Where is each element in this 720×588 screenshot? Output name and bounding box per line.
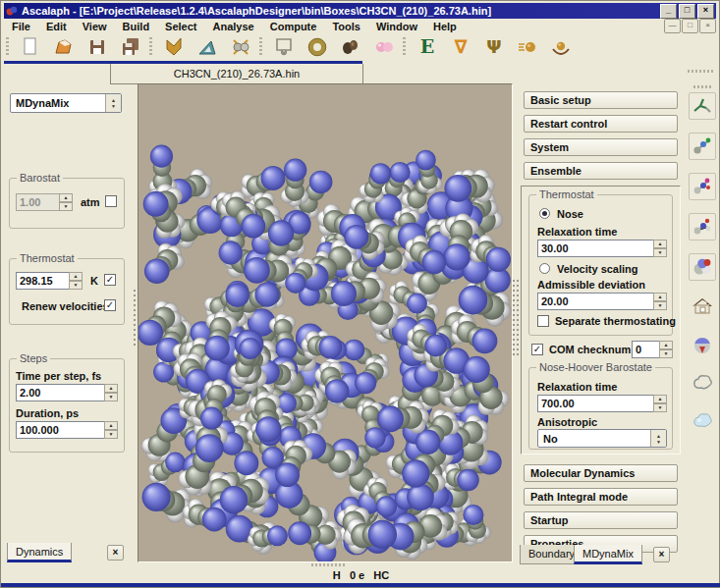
engine-select[interactable]: MDynaMix (10, 93, 122, 113)
new-document-icon[interactable] (14, 34, 47, 60)
menu-compute[interactable]: Compute (262, 21, 325, 32)
right-splitter[interactable] (513, 83, 520, 562)
mdi-close-icon[interactable]: × (699, 19, 716, 33)
save-all-icon[interactable] (114, 34, 147, 60)
menu-tools[interactable]: Tools (324, 21, 368, 32)
toolbar-grip[interactable] (693, 85, 711, 88)
time-per-step-spinbox[interactable]: 2.00 (16, 384, 118, 401)
renew-velocities-checkbox[interactable] (104, 299, 116, 311)
barostat-unit-checkbox[interactable] (105, 195, 117, 207)
toolbar-grip[interactable] (403, 37, 406, 57)
molecules-icon[interactable] (334, 34, 367, 60)
num-spinbox[interactable]: 0 (632, 341, 673, 358)
spacefill-model-icon[interactable] (689, 253, 716, 281)
path-integral-button[interactable]: Path Integral mode (524, 488, 678, 506)
system-button[interactable]: System (524, 138, 678, 156)
orbitals-icon[interactable] (367, 34, 401, 60)
document-tab[interactable]: CH3CN_(210)_26.73A.hin (110, 64, 363, 84)
restart-control-button[interactable]: Restart control (524, 115, 678, 133)
close-icon[interactable]: × (697, 4, 714, 19)
dynamics-run-icon[interactable] (511, 34, 544, 60)
build-icon[interactable] (157, 34, 191, 60)
spin-up-icon[interactable] (59, 193, 73, 202)
separate-thermostating-checkbox[interactable] (537, 315, 549, 327)
spin-down-icon[interactable] (653, 403, 667, 412)
relaxation-time-spinbox[interactable]: 30.00 (537, 240, 667, 257)
surface-wire-icon[interactable] (690, 370, 715, 396)
spin-up-icon[interactable] (104, 421, 118, 430)
toolbar-grip[interactable] (149, 37, 152, 57)
torus-icon[interactable] (301, 34, 334, 60)
menu-file[interactable]: File (4, 21, 38, 32)
basic-setup-button[interactable]: Basic setup (524, 91, 678, 109)
combo-spinner-icon[interactable] (105, 94, 121, 112)
spin-down-icon[interactable] (659, 349, 673, 358)
velocity-scaling-radio[interactable] (539, 263, 550, 274)
spin-down-icon[interactable] (653, 301, 667, 310)
molecular-dynamics-button[interactable]: Molecular Dynamics (524, 464, 678, 482)
panel-close-icon[interactable] (107, 545, 124, 561)
spin-down-icon[interactable] (69, 281, 83, 290)
nabla-icon[interactable]: ∇ (444, 34, 477, 60)
spin-down-icon[interactable] (104, 430, 118, 439)
settings-icon[interactable] (224, 34, 257, 60)
dipole-view-icon[interactable] (690, 332, 715, 357)
menu-analyse[interactable]: Analyse (205, 21, 262, 32)
nose-radio[interactable] (539, 208, 550, 219)
spin-up-icon[interactable] (653, 293, 667, 301)
panel-close-icon[interactable] (653, 547, 670, 562)
ballstick-labels-icon[interactable] (689, 173, 716, 200)
save-icon[interactable] (81, 34, 114, 60)
barostat-pressure-spinbox[interactable]: 1.00 (16, 193, 73, 211)
menu-build[interactable]: Build (115, 21, 158, 32)
ballstick-alt-icon[interactable] (689, 213, 716, 241)
optimize-icon[interactable] (544, 34, 578, 60)
tab-mdynamix[interactable]: MDynaMix (574, 545, 642, 564)
psi-icon[interactable]: Ψ (477, 34, 511, 60)
toolbar-grip[interactable] (6, 37, 9, 57)
spin-up-icon[interactable] (69, 272, 83, 281)
spin-down-icon[interactable] (104, 393, 118, 401)
spin-up-icon[interactable] (104, 384, 118, 393)
box-icon[interactable] (267, 34, 301, 60)
spin-up-icon[interactable] (653, 240, 667, 248)
menu-help[interactable]: Help (425, 21, 465, 32)
toolbar-grip[interactable] (259, 37, 262, 57)
menu-window[interactable]: Window (368, 21, 425, 32)
surface-solid-icon[interactable] (690, 408, 715, 434)
time-per-step-label: Time per step, fs (16, 370, 101, 382)
molecule-viewport[interactable] (138, 83, 513, 562)
ensemble-button[interactable]: Ensemble (524, 162, 678, 180)
status-grip[interactable] (311, 563, 345, 566)
menu-view[interactable]: View (75, 21, 115, 32)
spin-down-icon[interactable] (653, 248, 667, 257)
menu-select[interactable]: Select (157, 21, 204, 32)
anisotropic-select[interactable]: No (537, 429, 667, 448)
barostate-relaxation-spinbox[interactable]: 700.00 (537, 395, 667, 412)
maximize-icon[interactable]: □ (679, 4, 695, 19)
ballstick-model-icon[interactable] (689, 133, 716, 160)
admissible-deviation-spinbox[interactable]: 20.00 (537, 293, 667, 310)
temperature-spinbox[interactable]: 298.15 (16, 272, 83, 290)
status-text: H 0 e HC (1, 569, 720, 581)
mdi-minimize-icon[interactable]: — (664, 19, 681, 33)
duration-spinbox[interactable]: 100.000 (16, 421, 118, 439)
temperature-unit-checkbox[interactable] (104, 274, 116, 286)
home-view-icon[interactable] (690, 294, 715, 319)
spin-down-icon[interactable] (59, 202, 73, 211)
strip-grip[interactable] (688, 70, 713, 73)
mdi-restore-icon[interactable]: □ (682, 19, 698, 33)
wireframe-model-icon[interactable] (689, 92, 716, 120)
menu-edit[interactable]: Edit (38, 21, 75, 32)
startup-button[interactable]: Startup (524, 511, 678, 529)
minimize-icon[interactable]: _ (660, 4, 677, 19)
energy-icon[interactable]: E (411, 34, 444, 60)
molecule-render[interactable] (138, 84, 512, 561)
combo-spinner-icon[interactable] (650, 430, 666, 447)
open-file-icon[interactable] (47, 34, 81, 60)
spin-up-icon[interactable] (659, 341, 673, 349)
com-check-checkbox[interactable] (531, 344, 543, 355)
spin-up-icon[interactable] (653, 395, 667, 403)
measure-icon[interactable] (191, 34, 224, 60)
tab-dynamics[interactable]: Dynamics (7, 543, 72, 562)
